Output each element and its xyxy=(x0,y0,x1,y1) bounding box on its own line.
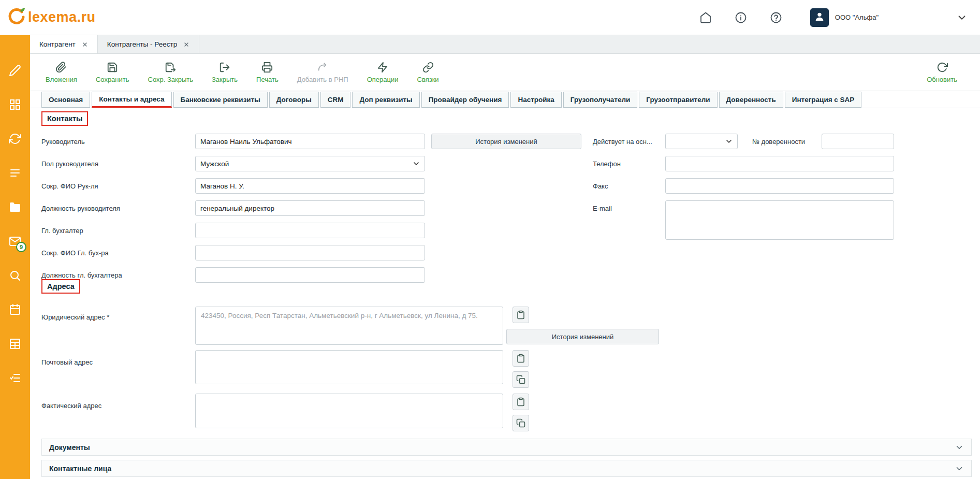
accountant-position-input[interactable] xyxy=(195,267,425,283)
head-label: Руководитель xyxy=(41,138,85,146)
attachments-button[interactable]: Вложения xyxy=(46,62,77,83)
accountant-position-label: Должность гл. бухгалтера xyxy=(41,271,122,279)
grid-icon[interactable] xyxy=(9,98,21,111)
copy-postal-button[interactable] xyxy=(513,371,529,388)
mail-icon[interactable]: 9 xyxy=(9,235,21,248)
paperclip-icon xyxy=(55,62,67,73)
attorney-number-label: № доверенности xyxy=(752,138,805,146)
contact-persons-section-bar[interactable]: Контактные лица xyxy=(41,460,972,477)
contact-persons-section-title: Контактные лица xyxy=(49,465,111,473)
email-label: E-mail xyxy=(593,205,612,212)
home-icon[interactable] xyxy=(699,11,712,24)
chevron-down-icon[interactable] xyxy=(955,443,964,452)
company-name: ООО "Альфа" xyxy=(835,13,879,21)
accountant-input[interactable] xyxy=(195,223,425,238)
copy-icon xyxy=(516,418,525,428)
doc-tab-reestr[interactable]: Контрагенты - Реестр xyxy=(98,35,199,53)
info-icon[interactable] xyxy=(735,11,747,24)
chevron-down-icon xyxy=(412,159,420,168)
operations-button[interactable]: Операции xyxy=(367,62,399,83)
mail-badge: 9 xyxy=(16,242,26,252)
refresh-button[interactable]: Обновить xyxy=(927,62,957,83)
doc-tab-label: Контрагенты - Реестр xyxy=(107,40,177,48)
close-icon[interactable] xyxy=(183,41,189,48)
actual-address-label: Фактический адрес xyxy=(41,402,101,410)
tab-doverennost[interactable]: Доверенность xyxy=(719,92,783,108)
doc-tab-kontragent[interactable]: Контрагент xyxy=(30,35,98,53)
tab-nastroika[interactable]: Настройка xyxy=(510,92,561,108)
tab-kontakty-i-adresa[interactable]: Контакты и адреса xyxy=(92,92,171,108)
link-icon xyxy=(422,62,434,73)
doc-tab-label: Контрагент xyxy=(39,40,76,48)
tab-bankovskie-rekvizity[interactable]: Банковские реквизиты xyxy=(173,92,268,108)
postal-address-textarea[interactable] xyxy=(195,350,503,384)
chevron-down-icon[interactable] xyxy=(956,12,968,23)
toolbar-label: Вложения xyxy=(46,76,77,83)
links-button[interactable]: Связки xyxy=(417,62,439,83)
redo-arrow-icon xyxy=(317,62,328,73)
paste-actual-button[interactable] xyxy=(513,394,529,410)
head-input[interactable] xyxy=(195,134,425,149)
tab-gruzopoluchateli[interactable]: Грузополучатели xyxy=(563,92,637,108)
phone-input[interactable] xyxy=(665,156,894,171)
copy-actual-button[interactable] xyxy=(513,415,529,431)
clipboard-icon xyxy=(516,354,525,363)
email-textarea[interactable] xyxy=(665,200,894,240)
pencil-icon[interactable] xyxy=(9,64,21,77)
toolbar-label: Обновить xyxy=(927,76,957,83)
paste-postal-button[interactable] xyxy=(513,350,529,367)
tab-crm[interactable]: CRM xyxy=(320,92,351,108)
tab-dogovory[interactable]: Договоры xyxy=(269,92,319,108)
save-button[interactable]: Сохранить xyxy=(96,62,129,83)
search-icon[interactable] xyxy=(9,269,21,282)
toolbar-left-group: Вложения Сохранить Сохр. Закрыть Закрыть… xyxy=(46,62,439,83)
tab-integratsiya-sap[interactable]: Интеграция с SAP xyxy=(785,92,862,108)
position-input[interactable] xyxy=(195,200,425,216)
sidebar: 9 xyxy=(0,35,30,479)
tab-provider-obucheniya[interactable]: Провайдер обучения xyxy=(421,92,509,108)
lexema-logo[interactable]: lexema.ru xyxy=(7,7,96,27)
checklist-icon[interactable] xyxy=(9,372,21,384)
accountant-label: Гл. бухгалтер xyxy=(41,227,83,235)
user-avatar[interactable] xyxy=(810,8,829,27)
actual-address-textarea[interactable] xyxy=(195,394,503,428)
tab-dop-rekvizity[interactable]: Доп реквизиты xyxy=(352,92,419,108)
basis-select[interactable] xyxy=(665,134,738,149)
sync-icon[interactable] xyxy=(9,133,21,145)
toolbar-label: Печать xyxy=(256,76,279,83)
folder-icon[interactable] xyxy=(9,201,21,213)
gender-select[interactable]: Мужской xyxy=(195,156,425,171)
close-document-button[interactable]: Закрыть xyxy=(212,62,238,83)
copy-icon xyxy=(516,375,525,384)
person-icon xyxy=(814,11,825,24)
toolbar-label: Сохранить xyxy=(96,76,129,83)
tab-gruzootpraviteli[interactable]: Грузоотправители xyxy=(639,92,717,108)
save-close-button[interactable]: Сохр. Закрыть xyxy=(148,62,194,83)
toolbar: Вложения Сохранить Сохр. Закрыть Закрыть… xyxy=(30,54,980,91)
accountant-short-input[interactable] xyxy=(195,245,425,260)
refresh-icon xyxy=(937,62,948,73)
contacts-section-title: Контакты xyxy=(41,111,88,126)
paste-address-button[interactable] xyxy=(513,307,529,323)
tab-osnovnaya[interactable]: Основная xyxy=(41,92,90,108)
printer-icon xyxy=(261,62,273,73)
short-name-input[interactable] xyxy=(195,178,425,194)
history-button-addresses[interactable]: История изменений xyxy=(506,329,659,344)
fax-input[interactable] xyxy=(665,178,894,194)
toolbar-label: Добавить в РНП xyxy=(297,76,348,83)
table-icon[interactable] xyxy=(9,338,21,350)
attorney-number-input[interactable] xyxy=(822,134,894,149)
documents-section-bar[interactable]: Документы xyxy=(41,439,972,456)
help-icon[interactable] xyxy=(770,11,782,24)
basis-label: Действует на осн... xyxy=(593,138,652,146)
lightning-icon xyxy=(377,62,388,73)
calendar-icon[interactable] xyxy=(9,303,21,316)
legal-address-textarea[interactable]: 423450, Россия, Респ Татарстан, Альметье… xyxy=(195,307,503,345)
rows-icon[interactable] xyxy=(9,167,21,179)
main-area: Контрагент Контрагенты - Реестр Вложения xyxy=(30,35,980,479)
print-button[interactable]: Печать xyxy=(256,62,279,83)
history-button-contacts[interactable]: История изменений xyxy=(431,134,581,149)
chevron-down-icon[interactable] xyxy=(955,464,964,473)
chevron-down-icon xyxy=(725,137,733,146)
close-icon[interactable] xyxy=(82,41,88,48)
